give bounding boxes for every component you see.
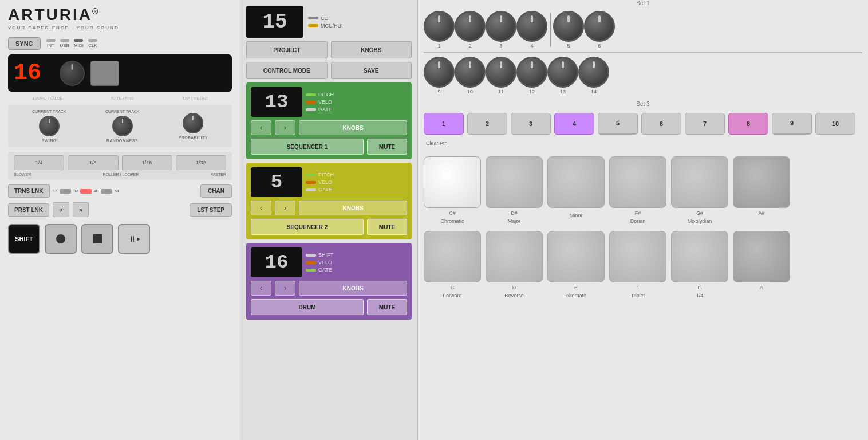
pad-g-sharp-scale: Mixolydian [688,218,712,224]
drum-prev-button[interactable]: ‹ [251,281,271,296]
drum-name-button[interactable]: DRUM [251,299,364,315]
pattern-btn-2[interactable]: 2 [467,113,507,135]
probability-knob[interactable] [183,113,203,133]
logo-area: ARTURIA® YOUR EXPERIENCE · YOUR SOUND [8,6,232,30]
pad-d[interactable] [486,231,543,282]
sync-midi-label: MIDI [74,43,84,48]
nav-next-button[interactable]: » [73,202,89,217]
lst-step-button[interactable]: LST STEP [190,203,232,217]
knob-4[interactable] [516,11,547,42]
pattern-btn-8-label: 8 [747,120,750,127]
pad-c-sharp[interactable] [424,156,481,208]
pad-c-sharp-scale: Chromatic [440,218,464,224]
randomness-knob[interactable] [112,116,133,136]
seq1-display: 13 [251,87,302,117]
clear-ptn-label: Clear Ptn [426,140,448,146]
pattern-btn-1[interactable]: 1 [424,113,464,135]
stop-button[interactable] [81,224,113,254]
seq1-mute-button[interactable]: MUTE [367,139,407,155]
prst-lnk-button[interactable]: PRST LNK [8,203,49,217]
pattern-btn-5[interactable]: 5 [598,113,638,135]
seq1-prev-button[interactable]: ‹ [251,120,271,135]
knob-item-5: 5 [553,11,584,49]
knob-6[interactable] [584,11,615,42]
knob-9[interactable] [424,57,455,88]
play-pause-icon: ⏸▶ [128,234,140,243]
chan-button[interactable]: CHAN [200,184,232,198]
pad-d-sharp[interactable] [486,156,543,208]
drum-next-button[interactable]: › [275,281,295,296]
pad-g-sharp-note: G# [696,210,703,216]
drum-velo-dot [306,261,316,264]
pattern-btn-7[interactable]: 7 [685,113,725,135]
pad-g[interactable] [671,231,728,282]
seq2-prev-button[interactable]: ‹ [251,201,271,215]
sync-usb-label: USB [60,43,69,48]
randomness-label: RANDOMNESS [106,139,138,143]
pattern-btn-10[interactable]: 10 [815,113,855,135]
pad-f-sharp[interactable] [609,156,666,208]
sync-int: INT [46,39,56,48]
pattern-btn-6[interactable]: 6 [641,113,681,135]
seq1-pitch-indicator: PITCH [306,92,334,97]
roller-btn-thirtysecond[interactable]: 1/32 [176,155,226,170]
knob-14[interactable] [578,57,609,88]
pad-a[interactable] [733,231,790,282]
seq2-pitch-label: PITCH [318,172,334,178]
play-pause-button[interactable]: ⏸▶ [118,224,150,254]
sync-row: SYNC INT USB MIDI CLK [8,37,232,50]
seq2-name-button[interactable]: SEQUENCER 2 [251,219,364,235]
seq1-name-button[interactable]: SEQUENCER 1 [251,139,364,155]
pad-d-sharp-note: D# [511,210,518,216]
seq2-mute-button[interactable]: MUTE [367,219,407,235]
pattern-btn-6-label: 6 [660,120,663,127]
shift-button[interactable]: SHIFT [8,224,40,254]
drum-mute-button[interactable]: MUTE [367,299,407,315]
knob-11[interactable] [486,57,516,88]
pad-e[interactable] [547,231,605,282]
pattern-btn-4[interactable]: 4 [554,113,594,135]
nav-prev-button[interactable]: « [53,202,69,217]
roller-btn-sixteenth[interactable]: 1/16 [122,155,172,170]
seq1-knobs-button[interactable]: KNOBS [299,120,407,135]
knob-12[interactable] [516,57,547,88]
knob-10[interactable] [455,57,486,88]
knobs-top-button[interactable]: KNOBS [331,41,412,58]
roller-buttons: 1/4 1/8 1/16 1/32 [14,155,226,170]
knob-5[interactable] [553,11,584,42]
knob-13[interactable] [547,57,578,88]
sync-button[interactable]: SYNC [8,37,41,50]
control-mode-button[interactable]: CONTROL MODE [246,62,328,79]
seq2-velo-label: VELO [318,179,332,185]
pattern-btn-8[interactable]: 8 [728,113,768,135]
save-button[interactable]: SAVE [331,62,412,79]
tap-button[interactable] [90,61,119,86]
pad-a-sharp[interactable] [733,156,790,208]
roller-btn-eighth[interactable]: 1/8 [68,155,118,170]
pattern-btn-3-label: 3 [529,120,532,127]
pattern-btn-7-label: 7 [703,120,707,127]
project-button[interactable]: PROJECT [246,41,328,58]
swing-knob[interactable] [39,116,60,136]
knob-3[interactable] [486,11,516,42]
pattern-btn-3[interactable]: 3 [511,113,551,135]
pad-f[interactable] [609,231,666,282]
seq1-next-button[interactable]: › [275,120,295,135]
drum-knobs-button[interactable]: KNOBS [299,281,407,296]
sequencer1-section: 13 PITCH VELO GATE ‹ › KNOBS [246,82,412,159]
pad-c[interactable] [424,231,481,282]
pad-g-sharp[interactable] [671,156,728,208]
knob-1[interactable] [424,11,455,42]
pad-minor[interactable] [547,156,605,208]
rate-knob[interactable] [60,61,85,86]
pattern-btn-9[interactable]: 9 [772,113,812,135]
pattern-btn-10-label: 10 [832,120,839,127]
record-button[interactable] [45,224,77,254]
seq2-knobs-button[interactable]: KNOBS [299,201,407,215]
roller-btn-quarter[interactable]: 1/4 [14,155,64,170]
knob-2[interactable] [455,11,486,42]
top-knob-area: Set 1 1 2 3 4 5 [418,0,868,108]
seq2-next-button[interactable]: › [275,201,295,215]
trns-lnk-button[interactable]: TRNS LNK [8,184,50,198]
faster-label: FASTER [211,172,226,176]
